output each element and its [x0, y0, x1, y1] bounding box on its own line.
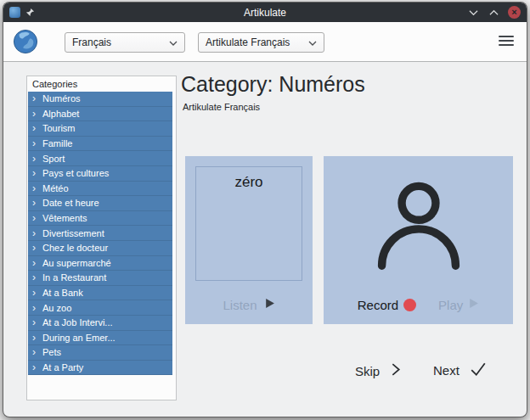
categories-list: ›Numéros ›Alphabet ›Tourism ›Famille ›Sp… [28, 92, 172, 375]
expand-arrow-icon[interactable]: › [32, 169, 42, 177]
course-dropdown-value: Artikulate Français [206, 36, 308, 48]
phrase-text: zéro [196, 174, 302, 191]
phrase-card: zéro Listen [185, 156, 313, 324]
expand-arrow-icon[interactable]: › [32, 124, 42, 132]
person-icon [324, 178, 513, 270]
record-card: Record Play [324, 156, 513, 324]
chevron-down-icon [308, 36, 317, 48]
next-button[interactable]: Next [433, 362, 487, 378]
language-dropdown[interactable]: Français [65, 32, 185, 53]
window-title: Artikulate [3, 3, 527, 22]
expand-arrow-icon[interactable]: › [32, 184, 42, 193]
record-label[interactable]: Record [358, 298, 398, 312]
expand-arrow-icon[interactable]: › [32, 109, 42, 118]
sidebar-item-at-a-job-interview[interactable]: ›At a Job Intervi... [28, 316, 172, 331]
check-icon [470, 362, 487, 378]
sidebar-item-au-zoo[interactable]: ›Au zoo [28, 300, 172, 316]
sidebar-item-during-an-emergency[interactable]: ›During an Emer... [28, 331, 172, 346]
expand-arrow-icon[interactable]: › [32, 363, 42, 372]
expand-arrow-icon[interactable]: › [32, 229, 42, 238]
course-dropdown[interactable]: Artikulate Français [198, 32, 324, 53]
phrase-box: zéro [195, 166, 302, 281]
expand-arrow-icon[interactable]: › [32, 318, 42, 327]
sidebar-item-meteo[interactable]: ›Météo [28, 182, 172, 197]
artikulate-globe-logo [13, 29, 38, 58]
sidebar-item-vetements[interactable]: ›Vêtements [28, 211, 172, 227]
maximize-icon[interactable] [488, 6, 500, 19]
skip-label: Skip [355, 364, 380, 378]
play-label[interactable]: Play [438, 298, 463, 312]
categories-header: Categories [32, 79, 77, 89]
page-title: Category: Numéros [181, 72, 365, 97]
chevron-right-icon [390, 362, 401, 379]
sidebar-item-pets[interactable]: ›Pets [28, 345, 172, 361]
expand-arrow-icon[interactable]: › [32, 273, 42, 282]
language-dropdown-value: Français [72, 36, 169, 48]
sidebar-item-in-a-restaurant[interactable]: ›In a Restaurant [28, 271, 172, 286]
expand-arrow-icon[interactable]: › [32, 244, 42, 252]
expand-arrow-icon[interactable]: › [32, 348, 42, 356]
expand-arrow-icon[interactable]: › [32, 288, 42, 297]
sidebar-item-sport[interactable]: ›Sport [28, 151, 172, 166]
expand-arrow-icon[interactable]: › [32, 259, 42, 267]
app-window: Artikulate × Français [3, 2, 527, 417]
skip-button[interactable]: Skip [355, 362, 401, 379]
record-dot-icon[interactable] [403, 299, 416, 311]
menu-icon[interactable] [499, 36, 514, 48]
expand-arrow-icon[interactable]: › [32, 139, 42, 148]
expand-arrow-icon[interactable]: › [32, 304, 42, 312]
sidebar-item-au-supermarche[interactable]: ›Au supermarché [28, 256, 172, 272]
play-triangle-icon [264, 297, 275, 312]
categories-panel: Categories ›Numéros ›Alphabet ›Tourism ›… [26, 76, 177, 400]
minimize-icon[interactable] [467, 6, 480, 19]
sidebar-item-at-a-bank[interactable]: ›At a Bank [28, 286, 172, 301]
next-label: Next [433, 363, 460, 378]
sidebar-item-chez-le-docteur[interactable]: ›Chez le docteur [28, 241, 172, 256]
toolbar: Français Artikulate Français [3, 22, 527, 62]
expand-arrow-icon[interactable]: › [32, 154, 42, 163]
play-triangle-icon[interactable] [468, 297, 479, 312]
page-subtitle: Artikulate Français [183, 102, 260, 112]
listen-button[interactable]: Listen [185, 297, 313, 312]
expand-arrow-icon[interactable]: › [32, 333, 42, 342]
expand-arrow-icon[interactable]: › [32, 199, 42, 207]
sidebar-item-tourism[interactable]: ›Tourism [28, 121, 172, 137]
close-icon[interactable]: × [508, 6, 521, 19]
record-play-row: Record Play [324, 297, 513, 312]
sidebar-item-at-a-party[interactable]: ›At a Party [28, 361, 172, 376]
titlebar: Artikulate × [3, 3, 527, 22]
listen-label: Listen [223, 298, 257, 312]
window-controls: × [467, 3, 521, 22]
expand-arrow-icon[interactable]: › [32, 214, 42, 222]
sidebar-item-date-et-heure[interactable]: ›Date et heure [28, 196, 172, 211]
chevron-down-icon [169, 36, 178, 48]
sidebar-item-divertissement[interactable]: ›Divertissement [28, 226, 172, 241]
sidebar-item-pays-et-cultures[interactable]: ›Pays et cultures [28, 166, 172, 182]
sidebar-item-famille[interactable]: ›Famille [28, 137, 172, 152]
sidebar-item-numeros[interactable]: ›Numéros [28, 92, 172, 107]
sidebar-item-alphabet[interactable]: ›Alphabet [28, 107, 172, 122]
expand-arrow-icon[interactable]: › [32, 94, 42, 103]
